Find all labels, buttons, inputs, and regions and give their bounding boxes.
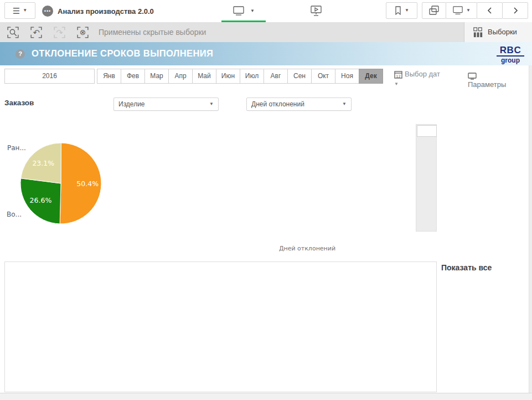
month-buttons: ЯнвФевМарАпрМайИюнИюлАвгСенОктНояДек xyxy=(97,69,383,84)
next-sheet-button[interactable] xyxy=(502,2,528,19)
redo-glyph: ↷ xyxy=(56,28,63,37)
section-title: Заказов xyxy=(4,99,34,107)
page-scrollbar[interactable] xyxy=(529,65,532,393)
pie-callout-early: Ран... xyxy=(7,144,26,152)
date-select-label: Выбор дат xyxy=(405,70,440,78)
dimension-dropdown-value: Изделие xyxy=(118,100,145,108)
prev-sheet-button[interactable] xyxy=(477,2,503,19)
month-button-Май[interactable]: Май xyxy=(192,69,216,84)
pie-callout-ontime: Во... xyxy=(7,211,22,218)
parameters-label: Параметры xyxy=(468,80,506,89)
duplicate-icon xyxy=(428,5,440,16)
sheet-icon[interactable] xyxy=(233,6,245,17)
date-select-button[interactable]: 12 Выбор дат ▼ xyxy=(394,70,445,88)
app-icon: ••• xyxy=(42,6,53,17)
month-button-Апр[interactable]: Апр xyxy=(168,69,193,84)
month-button-Окт[interactable]: Окт xyxy=(311,69,335,84)
month-button-Авг[interactable]: Авг xyxy=(264,69,288,84)
undo-glyph: ↶ xyxy=(33,28,39,37)
chevron-down-icon: ▼ xyxy=(394,81,399,86)
app-title: Анализ производства 2.0.0 xyxy=(58,7,154,16)
logo-text-top: RBC xyxy=(497,45,524,57)
pie-slice-percent: 26.6% xyxy=(30,196,52,204)
scrollbar-thumb[interactable] xyxy=(417,125,437,137)
selections-grid-icon xyxy=(472,27,484,38)
orders-area-chart[interactable] xyxy=(4,261,437,392)
show-all-title: Показать все xyxy=(441,263,492,272)
nav-menu-button[interactable]: ☰ ▼ xyxy=(4,2,35,19)
app-icon-dots: ••• xyxy=(44,8,51,14)
month-button-Фев[interactable]: Фев xyxy=(121,69,145,84)
top-toolbar: ☰ ▼ ••• Анализ производства 2.0.0 ▼ ▼ ▼ xyxy=(0,0,532,23)
parameters-button[interactable]: Параметры xyxy=(468,72,506,89)
chevron-down-icon: ▼ xyxy=(466,8,471,13)
deviation-bar-plot xyxy=(108,120,440,259)
bookmark-button[interactable]: ▼ xyxy=(386,2,417,19)
selection-message: Применены скрытые выборки xyxy=(99,22,206,42)
hamburger-icon: ☰ xyxy=(13,7,20,15)
logo-text-bottom: group xyxy=(497,57,524,64)
storytelling-icon[interactable] xyxy=(310,5,322,17)
undo-icon[interactable]: ↶ xyxy=(29,25,43,39)
sheet-chevron-down-icon[interactable]: ▼ xyxy=(250,9,255,13)
month-button-Июн[interactable]: Июн xyxy=(216,69,240,84)
chevron-down-icon: ▼ xyxy=(405,8,409,13)
month-button-Сен[interactable]: Сен xyxy=(287,69,312,84)
month-button-Янв[interactable]: Янв xyxy=(97,69,121,84)
sheet-title-bar: ? ОТКЛОНЕНИЕ СРОКОВ ВЫПОЛНЕНИЯ RBC group xyxy=(0,42,532,65)
measure-dropdown-value: Дней отклонений xyxy=(251,100,304,108)
smart-search-icon[interactable] xyxy=(6,25,20,39)
bar-chart-scrollbar[interactable] xyxy=(416,124,437,232)
help-icon[interactable]: ? xyxy=(16,49,25,59)
chevron-down-icon: ▼ xyxy=(23,8,27,13)
calendar-icon: 12 xyxy=(394,70,402,79)
month-button-Июл[interactable]: Июл xyxy=(240,69,264,84)
rbc-group-logo: RBC group xyxy=(497,45,524,64)
pie-slice-percent: 50.4% xyxy=(76,180,99,188)
bar-x-axis-title: Дней отклонений xyxy=(274,245,340,252)
year-filter[interactable]: 2016 xyxy=(4,69,95,84)
footer-strip xyxy=(0,393,532,400)
chevron-left-icon xyxy=(487,7,493,14)
measure-dropdown[interactable]: Дней отклонений ▼ xyxy=(246,98,352,111)
bookmark-icon xyxy=(394,6,402,15)
deviation-bar-chart[interactable]: Дней отклонений xyxy=(108,120,440,259)
page-title: ОТКЛОНЕНИЕ СРОКОВ ВЫПОЛНЕНИЯ xyxy=(32,48,213,59)
clear-glyph: ⊗ xyxy=(80,28,86,37)
pie-slice-percent: 23.1% xyxy=(32,159,54,167)
selections-tool-button[interactable]: Выборки xyxy=(464,22,532,42)
duplicate-sheet-button[interactable] xyxy=(422,2,446,19)
dimension-dropdown[interactable]: Изделие ▼ xyxy=(113,98,219,111)
chevron-right-icon xyxy=(512,7,519,14)
sheet-list-button[interactable]: ▼ xyxy=(446,2,477,19)
selection-bar: ↶ ↷ ⊗ Применены скрытые выборки Выборки xyxy=(0,22,532,42)
orders-pie-chart[interactable]: 50.4%26.6%23.1% Ран... Во... xyxy=(6,132,113,232)
chevron-down-icon: ▼ xyxy=(209,102,214,106)
month-button-Мар[interactable]: Мар xyxy=(144,69,169,84)
calendar-icon-number: 12 xyxy=(396,74,400,79)
chevron-down-icon: ▼ xyxy=(342,102,347,106)
month-button-Ноя[interactable]: Ноя xyxy=(335,69,359,84)
sheet-icon xyxy=(452,6,463,16)
parameters-icon xyxy=(468,72,477,80)
area-range-slider[interactable] xyxy=(49,374,435,391)
selections-label: Выборки xyxy=(488,28,517,36)
redo-icon-disabled: ↷ xyxy=(53,25,66,39)
clear-selections-icon[interactable]: ⊗ xyxy=(76,25,90,39)
month-button-Дек[interactable]: Дек xyxy=(359,69,383,84)
